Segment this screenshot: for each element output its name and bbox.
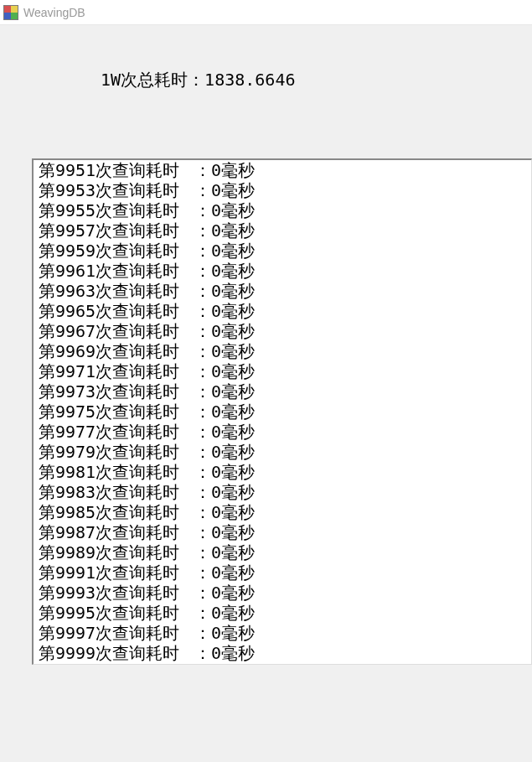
- log-row-left: 第9985次查询耗时: [39, 502, 179, 522]
- summary-value: 1838.6646: [204, 70, 295, 90]
- log-row-right: ：0毫秒: [194, 321, 255, 341]
- log-row-left: 第9983次查询耗时: [39, 482, 179, 502]
- log-row-left: 第9965次查询耗时: [39, 301, 179, 321]
- log-row-left: 第9967次查询耗时: [39, 321, 179, 341]
- app-icon: [3, 5, 18, 20]
- log-row-right: ：0毫秒: [194, 522, 255, 542]
- log-row-right: ：0毫秒: [194, 261, 255, 281]
- titlebar[interactable]: WeavingDB: [0, 0, 532, 25]
- log-row-left: 第9981次查询耗时: [39, 462, 179, 482]
- log-row-right: ：0毫秒: [194, 542, 255, 562]
- log-row-left: 第9951次查询耗时: [39, 160, 179, 180]
- log-row-right: ：0毫秒: [194, 462, 255, 482]
- log-row-left: 第9975次查询耗时: [39, 402, 179, 422]
- log-row-left: 第9973次查询耗时: [39, 381, 179, 402]
- log-row-right: ：0毫秒: [194, 502, 255, 522]
- log-row-left: 第9953次查询耗时: [39, 180, 179, 200]
- log-row-left: 第9971次查询耗时: [39, 361, 179, 381]
- log-row-right: ：0毫秒: [194, 160, 255, 180]
- log-row-left: 第9961次查询耗时: [39, 261, 179, 281]
- log-row-right: ：0毫秒: [194, 220, 255, 241]
- log-row-left: 第9993次查询耗时: [39, 583, 179, 603]
- log-row-right: ：0毫秒: [194, 623, 255, 643]
- log-row-right: ：0毫秒: [194, 442, 255, 462]
- client-area: 1W次总耗时：1838.6646 第9951次查询耗时第9953次查询耗时第99…: [0, 25, 532, 665]
- log-row-left: 第9963次查询耗时: [39, 281, 179, 301]
- log-row-right: ：0毫秒: [194, 180, 255, 200]
- log-row-left: 第9979次查询耗时: [39, 442, 179, 462]
- log-row-left: 第9977次查询耗时: [39, 422, 179, 442]
- log-row-left: 第9991次查询耗时: [39, 562, 179, 583]
- summary-line: 1W次总耗时：1838.6646: [0, 25, 532, 91]
- log-row-right: ：0毫秒: [194, 482, 255, 502]
- log-column-1: 第9951次查询耗时第9953次查询耗时第9955次查询耗时第9957次查询耗时…: [39, 160, 179, 663]
- log-row-right: ：0毫秒: [194, 422, 255, 442]
- log-row-right: ：0毫秒: [194, 562, 255, 583]
- summary-label: 1W次总耗时：: [101, 70, 204, 90]
- log-panel[interactable]: 第9951次查询耗时第9953次查询耗时第9955次查询耗时第9957次查询耗时…: [32, 158, 532, 665]
- log-row-right: ：0毫秒: [194, 361, 255, 381]
- log-column-2: ：0毫秒：0毫秒：0毫秒：0毫秒：0毫秒：0毫秒：0毫秒：0毫秒：0毫秒：0毫秒…: [194, 160, 255, 663]
- log-row-right: ：0毫秒: [194, 603, 255, 623]
- log-row-right: ：0毫秒: [194, 241, 255, 261]
- log-row-right: ：0毫秒: [194, 643, 255, 663]
- log-row-right: ：0毫秒: [194, 381, 255, 402]
- log-row-right: ：0毫秒: [194, 281, 255, 301]
- log-row-right: ：0毫秒: [194, 200, 255, 220]
- log-row-left: 第9955次查询耗时: [39, 200, 179, 220]
- log-row-left: 第9987次查询耗时: [39, 522, 179, 542]
- log-row-right: ：0毫秒: [194, 583, 255, 603]
- log-row-left: 第9989次查询耗时: [39, 542, 179, 562]
- log-row-left: 第9999次查询耗时: [39, 643, 179, 663]
- log-row-left: 第9959次查询耗时: [39, 241, 179, 261]
- log-row-right: ：0毫秒: [194, 341, 255, 361]
- window-title: WeavingDB: [23, 6, 85, 19]
- log-row-left: 第9995次查询耗时: [39, 603, 179, 623]
- log-row-left: 第9969次查询耗时: [39, 341, 179, 361]
- log-row-right: ：0毫秒: [194, 301, 255, 321]
- log-row-left: 第9957次查询耗时: [39, 220, 179, 241]
- log-row-right: ：0毫秒: [194, 402, 255, 422]
- log-row-left: 第9997次查询耗时: [39, 623, 179, 643]
